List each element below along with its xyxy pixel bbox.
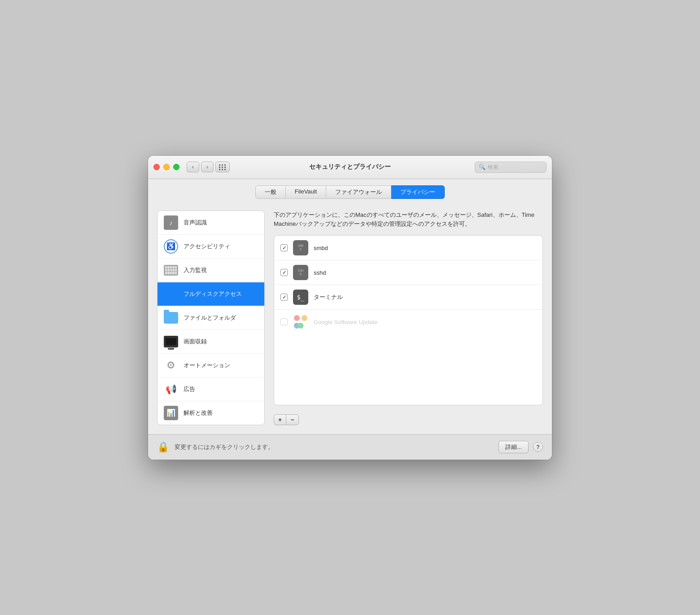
sshd-icon: SSHD	[293, 265, 308, 280]
titlebar: ‹ › セキュリティとプライバシー 🔍 検索	[148, 156, 552, 179]
minimize-button[interactable]	[163, 164, 170, 170]
sidebar-item-automation[interactable]: ⚙ オートメーション	[158, 354, 264, 378]
list-item-smbd: SMBD smbd	[274, 236, 542, 260]
app-name-sshd: sshd	[314, 269, 326, 276]
sidebar-item-files[interactable]: ファイルとフォルダ	[158, 306, 264, 330]
list-item-terminal: $_ ターミナル	[274, 285, 542, 310]
tab-filevault[interactable]: FileVault	[286, 185, 327, 199]
sidebar-item-label: 画面収録	[184, 338, 207, 346]
nav-buttons: ‹ ›	[187, 162, 214, 172]
forward-button[interactable]: ›	[201, 162, 214, 172]
sidebar-item-label: フルディスクアクセス	[184, 290, 242, 298]
sidebar-item-label: 解析と改善	[184, 409, 213, 417]
add-app-button[interactable]: +	[274, 414, 286, 425]
smbd-icon: SMBD	[293, 240, 308, 255]
apps-grid-icon	[219, 164, 226, 170]
ad-icon: 📢	[164, 382, 178, 396]
sidebar: ♪ 音声認識 ♿ アクセシビリティ	[157, 211, 265, 425]
footer-buttons: 詳細... ?	[499, 441, 543, 453]
tab-privacy[interactable]: プライバシー	[391, 185, 445, 199]
detail-button[interactable]: 詳細...	[499, 441, 529, 453]
sidebar-item-analytics[interactable]: 📊 解析と改善	[158, 401, 264, 425]
search-input[interactable]: 検索	[488, 163, 499, 171]
description-text: 下のアプリケーションに、このMacのすべてのユーザのメール、メッセージ、Safa…	[274, 211, 543, 229]
sidebar-item-label: 入力監視	[184, 266, 207, 274]
back-button[interactable]: ‹	[187, 162, 199, 172]
gear-icon: ⚙	[164, 358, 178, 373]
footer: 🔒 変更するにはカギをクリックします。 詳細... ?	[148, 434, 552, 460]
checkbox-sshd[interactable]	[280, 269, 288, 276]
sidebar-item-ads[interactable]: 📢 広告	[158, 378, 264, 401]
terminal-icon: $_	[293, 290, 308, 305]
sidebar-item-voice[interactable]: ♪ 音声認識	[158, 211, 264, 235]
sound-icon: ♪	[164, 215, 178, 230]
sidebar-item-label: ファイルとフォルダ	[184, 314, 236, 322]
sidebar-item-label: オートメーション	[184, 361, 230, 369]
sidebar-item-label: 広告	[184, 385, 195, 393]
search-box[interactable]: 🔍 検索	[475, 162, 547, 173]
list-item-google: Google Software Update	[274, 310, 542, 334]
keyboard-icon	[164, 263, 178, 277]
help-button[interactable]: ?	[533, 442, 543, 452]
sidebar-item-screen[interactable]: 画面収録	[158, 330, 264, 354]
window-title: セキュリティとプライバシー	[309, 163, 391, 171]
remove-app-button[interactable]: −	[286, 414, 299, 425]
checkbox-terminal[interactable]	[280, 294, 288, 301]
tab-firewall[interactable]: ファイアウォール	[326, 185, 391, 199]
checkbox-smbd[interactable]	[280, 244, 288, 251]
sidebar-item-label: アクセシビリティ	[184, 242, 230, 250]
app-name-google: Google Software Update	[314, 319, 377, 325]
sidebar-item-input[interactable]: 入力監視	[158, 259, 264, 282]
lock-icon[interactable]: 🔒	[157, 441, 169, 453]
sidebar-list: ♪ 音声認識 ♿ アクセシビリティ	[158, 211, 264, 425]
sidebar-item-fulldisk[interactable]: フルディスクアクセス	[158, 282, 264, 306]
maximize-button[interactable]	[173, 164, 179, 170]
app-name-smbd: smbd	[314, 245, 328, 251]
folder-blue-icon	[164, 287, 178, 301]
tab-general[interactable]: 一般	[255, 185, 286, 199]
footer-lock-text: 変更するにはカギをクリックします。	[175, 443, 274, 451]
accessibility-icon: ♿	[164, 239, 178, 254]
app-name-terminal: ターミナル	[314, 293, 343, 301]
tabs-bar: 一般 FileVault ファイアウォール プライバシー	[148, 179, 552, 203]
search-icon: 🔍	[479, 164, 486, 170]
google-icon	[293, 314, 308, 329]
traffic-lights	[153, 164, 179, 170]
main-window: ‹ › セキュリティとプライバシー 🔍 検索 一般 FileVault ファイア…	[148, 156, 552, 460]
sidebar-item-accessibility[interactable]: ♿ アクセシビリティ	[158, 235, 264, 259]
sidebar-item-label: 音声認識	[184, 219, 207, 227]
main-content: ♪ 音声認識 ♿ アクセシビリティ	[148, 203, 552, 434]
right-panel: 下のアプリケーションに、このMacのすべてのユーザのメール、メッセージ、Safa…	[274, 211, 543, 425]
close-button[interactable]	[153, 164, 160, 170]
folder-light-icon	[164, 311, 178, 325]
list-action-buttons: + −	[274, 414, 543, 425]
app-list: SMBD smbd SSHD sshd $_ ターミナル	[274, 235, 543, 405]
list-item-sshd: SSHD sshd	[274, 260, 542, 285]
apps-button[interactable]	[215, 162, 230, 172]
checkbox-google[interactable]	[280, 318, 288, 325]
chart-icon: 📊	[164, 406, 178, 420]
screen-icon	[164, 334, 178, 349]
